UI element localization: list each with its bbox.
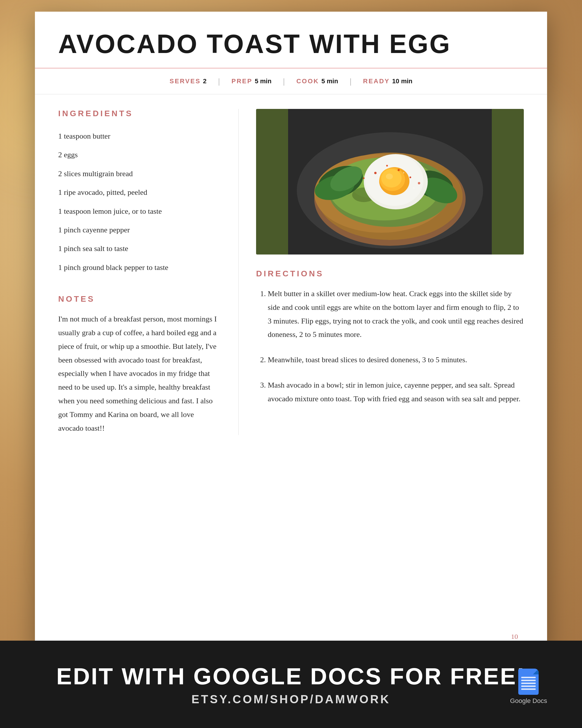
list-item: 2 eggs — [58, 146, 221, 164]
food-image — [256, 109, 524, 255]
list-item: 1 ripe avocado, pitted, peeled — [58, 183, 221, 202]
divider-1: | — [218, 77, 220, 86]
directions-heading: DIRECTIONS — [256, 269, 524, 278]
svg-point-27 — [410, 177, 411, 178]
page-number: 10 — [511, 633, 518, 641]
svg-point-28 — [398, 169, 400, 171]
list-item: Melt butter in a skillet over medium-low… — [268, 287, 524, 342]
cook-value: 5 min — [321, 77, 338, 85]
list-item: 1 teaspoon lemon juice, or to taste — [58, 202, 221, 221]
serves-label: SERVES — [170, 77, 201, 85]
gdoc-line — [521, 682, 536, 684]
serves-value: 2 — [203, 77, 206, 85]
google-docs-icon: Google Docs — [510, 669, 547, 705]
gdoc-lines — [521, 677, 536, 691]
list-item: 2 slices multigrain bread — [58, 164, 221, 183]
gdoc-line — [521, 680, 536, 681]
list-item: Meanwhile, toast bread slices to desired… — [268, 353, 524, 367]
cook-label: COOK — [296, 77, 319, 85]
bottom-banner: EDIT WITH GOOGLE DOCS FOR FREE! Etsy.com… — [0, 641, 582, 728]
gdoc-line — [521, 688, 536, 690]
notes-section: NOTES I'm not much of a breakfast person… — [58, 294, 221, 435]
gdoc-icon-shape — [518, 669, 538, 695]
list-item: 1 pinch cayenne pepper — [58, 221, 221, 239]
list-item: 1 teaspoon butter — [58, 127, 221, 146]
svg-point-31 — [363, 177, 365, 179]
ready-value: 10 min — [392, 77, 413, 85]
ready-label: READY — [363, 77, 390, 85]
directions-list: Melt butter in a skillet over medium-low… — [256, 287, 524, 406]
divider-3: | — [350, 77, 352, 86]
list-item: 1 pinch sea salt to taste — [58, 239, 221, 258]
gdoc-line — [521, 677, 536, 678]
banner-main-text: EDIT WITH GOOGLE DOCS FOR FREE! — [56, 663, 526, 690]
left-column: INGREDIENTS 1 teaspoon butter 2 eggs 2 s… — [58, 109, 239, 435]
ingredients-heading: INGREDIENTS — [58, 109, 221, 118]
serves-item: SERVES 2 — [170, 77, 206, 85]
notes-text: I'm not much of a breakfast person, most… — [58, 312, 221, 435]
meta-row: SERVES 2 | PREP 5 min | COOK 5 min | REA… — [35, 69, 547, 94]
title-section: AVOCADO TOAST WITH EGG — [35, 11, 547, 69]
svg-point-26 — [374, 172, 377, 174]
notes-heading: NOTES — [58, 294, 221, 304]
banner-sub-text: Etsy.com/shop/DamWork — [192, 693, 390, 706]
list-item: 1 pinch ground black pepper to taste — [58, 258, 221, 277]
list-item: Mash avocado in a bowl; stir in lemon ju… — [268, 379, 524, 406]
prep-value: 5 min — [255, 77, 271, 85]
prep-label: PREP — [231, 77, 252, 85]
gdoc-label: Google Docs — [510, 697, 547, 705]
ready-item: READY 10 min — [363, 77, 413, 85]
recipe-title: AVOCADO TOAST WITH EGG — [58, 29, 524, 59]
svg-point-25 — [386, 174, 393, 179]
main-content: INGREDIENTS 1 teaspoon butter 2 eggs 2 s… — [35, 94, 547, 450]
recipe-page: AVOCADO TOAST WITH EGG SERVES 2 | PREP 5… — [35, 11, 547, 652]
right-column: DIRECTIONS Melt butter in a skillet over… — [256, 109, 524, 435]
ingredients-list: 1 teaspoon butter 2 eggs 2 slices multig… — [58, 127, 221, 277]
svg-point-30 — [418, 182, 420, 184]
svg-point-29 — [386, 165, 388, 166]
divider-2: | — [283, 77, 285, 86]
prep-item: PREP 5 min — [231, 77, 271, 85]
gdoc-line — [521, 685, 536, 687]
cook-item: COOK 5 min — [296, 77, 338, 85]
